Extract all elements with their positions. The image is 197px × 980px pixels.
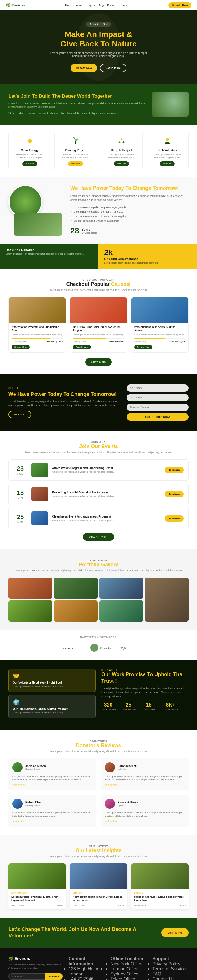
events-section-label: Join Our <box>8 441 189 444</box>
footer-contact-item-2[interactable]: +44 20 7946 0958 <box>68 977 105 980</box>
event-btn-2[interactable]: Join Now <box>165 491 184 497</box>
about-email-input[interactable] <box>127 394 189 401</box>
about-tag: ABOUT US <box>8 387 118 390</box>
cause-image-2 <box>70 298 127 323</box>
nav-links: Home About Pages Blog Donate Contact <box>65 4 129 7</box>
footer-col-support: Support Privacy Policy Terms of Service … <box>152 956 189 980</box>
promise-box-desc-1: Lorem ipsum dolor sit amet consectetur a… <box>13 685 91 688</box>
event-info-3: Cleanliness Event And Awareness Programs… <box>52 515 161 522</box>
subscribe-input[interactable] <box>8 973 45 980</box>
event-date-3: 25 MAR <box>13 513 27 523</box>
service-btn-planting[interactable]: Join Now <box>68 161 83 166</box>
build-text: Let's Join To Build The Better World Tog… <box>8 93 146 115</box>
nav-contact[interactable]: Contact <box>119 4 129 7</box>
footer-office-item-1[interactable]: New York Office <box>110 961 147 966</box>
footer-col-office-title: Office Location <box>110 956 147 961</box>
donation-banners: Recurring Donation Lorem ipsum dolor sit… <box>0 243 197 269</box>
donors-heading: Donator's Reviews <box>8 743 189 749</box>
nav-pages[interactable]: Pages <box>87 4 95 7</box>
blog-title-2: Anim ipsum aliqua Tempor Lorem Lorem min… <box>73 895 124 902</box>
nav-blog[interactable]: Blog <box>98 4 103 7</box>
subscribe-button[interactable]: Subscribe <box>45 973 63 980</box>
blog-image-2 <box>70 864 127 889</box>
event-btn-1[interactable]: Join Now <box>165 467 184 473</box>
service-btn-solar[interactable]: Join Now <box>22 161 37 166</box>
event-thumb-2 <box>31 487 48 501</box>
footer-support-item-3[interactable]: FAQ <box>152 972 189 977</box>
hero-learn-button[interactable]: Learn More <box>100 64 126 72</box>
donor-avatar-1 <box>13 762 22 772</box>
cause-btn-3[interactable]: Donate Now <box>134 345 152 350</box>
about-read-btn[interactable]: Read More <box>8 411 31 418</box>
blog-label: Our Latest <box>8 845 189 848</box>
donor-card-3: Robert Chen Monthly Donor Lorem ipsum do… <box>8 795 96 827</box>
footer-grid: 🌿 Environ. 128 High Holborn, London, Eng… <box>8 956 189 980</box>
causes-section: Checkout Popular Checkout Popular Causes… <box>0 269 197 374</box>
hero-tag: DONATION <box>86 22 111 27</box>
blog-image-3 <box>131 864 189 889</box>
donor-avatar-4 <box>105 799 115 809</box>
event-item-1: 23 AUG Afforestation Program and Fundrai… <box>8 459 189 481</box>
donor-card-2: Sarah Mitchell Volunteer Lorem ipsum dol… <box>101 758 189 790</box>
promise-box-desc-2: Lorem ipsum dolor sit amet consectetur a… <box>13 711 91 714</box>
recurring-banner: Recurring Donation Lorem ipsum dolor sit… <box>0 243 98 269</box>
cause-btn-2[interactable]: Donate Now <box>73 345 91 350</box>
cta-button[interactable]: Join Now <box>161 928 189 937</box>
nav-donate-button[interactable]: Donate Now <box>168 2 191 8</box>
blog-card-3: EVENTS Saepe in habitasse labitur dolor … <box>131 864 189 909</box>
promise-tag: OUR WORK <box>101 668 189 671</box>
footer-office-item-3[interactable]: Sydney Office <box>110 972 147 977</box>
hero-donate-button[interactable]: Donate Now <box>71 64 97 72</box>
volunteer-box-icon: 🤝 <box>13 673 91 679</box>
footer-support-item-4[interactable]: Contact Us <box>152 977 189 980</box>
volunteer-icon <box>162 136 173 146</box>
donors-grid: John Anderson Regular Donor Lorem ipsum … <box>8 758 189 827</box>
causes-heading: Checkout Popular Causes! <box>8 281 189 287</box>
planting-icon <box>70 136 81 146</box>
nav-about[interactable]: About <box>76 4 83 7</box>
power-list-item: Nulla malesuada pellentesque elit eget g… <box>70 205 189 210</box>
power-text: We Have Power Today To Change Tomorrow! … <box>70 185 189 235</box>
nav-home[interactable]: Home <box>65 4 73 7</box>
ongoing-banner: 2k Ongoing Circumstance Lorem ipsum dolo… <box>98 243 197 269</box>
footer-col-contact-title: Contact Information <box>68 956 105 966</box>
show-more-button[interactable]: Show More <box>85 358 112 366</box>
event-item-3: 25 MAR Cleanliness Event And Awareness P… <box>8 508 189 529</box>
about-form: Get In Touch Now! <box>127 384 189 421</box>
portfolio-item-5 <box>8 600 52 622</box>
hero-description: Lorem ipsum dolor sit amet consectetur a… <box>45 51 152 58</box>
cta-heading: Let's Change The World, Join Us Now And … <box>8 926 161 939</box>
about-amount-input[interactable] <box>127 404 189 411</box>
events-more-button[interactable]: View All Events <box>83 533 114 541</box>
service-btn-volunteer[interactable]: Join Now <box>160 161 175 166</box>
causes-grid: Afforestation Program And Fundraising Ev… <box>8 297 189 352</box>
power-body: Lorem ipsum dolor sit amet consectetur a… <box>70 194 189 202</box>
build-body: Lorem ipsum dolor sit amet consectetur a… <box>8 102 146 109</box>
footer-support-item-1[interactable]: Privacy Policy <box>152 961 189 966</box>
footer: 🌿 Environ. 128 High Holborn, London, Eng… <box>0 948 197 980</box>
donor-avatar-3 <box>13 799 22 809</box>
footer-office-item-2[interactable]: London Office <box>110 966 147 972</box>
cause-image-3 <box>132 298 188 323</box>
cause-desc-1: Lorem ipsum dolor sit amet consectetur a… <box>11 333 63 336</box>
partners-section: Partners & Sponsors CHARITY Lifetime Car… <box>0 630 197 660</box>
event-btn-3[interactable]: Join Now <box>165 515 184 522</box>
footer-col-support-title: Support <box>152 956 189 961</box>
hero-section: DONATION Make An Impact & Give Back To N… <box>0 10 197 84</box>
partner-logo-1: CHARITY <box>63 643 80 652</box>
solar-icon <box>24 136 35 146</box>
power-heading: We Have Power Today To Change Tomorrow! <box>70 185 189 191</box>
event-info-1: Afforestation Program and Fundraising Ev… <box>52 467 161 473</box>
footer-support-item-2[interactable]: Terms of Service <box>152 966 189 972</box>
power-list-item: Dictum non consectetur a erat nam at lec… <box>70 210 189 214</box>
service-btn-recycle[interactable]: Join Now <box>114 161 129 166</box>
cause-btn-1[interactable]: Donate Now <box>11 345 30 350</box>
footer-office-item-4[interactable]: Tokyo Office <box>110 977 147 980</box>
about-get-btn[interactable]: Get In Touch Now! <box>127 413 189 421</box>
nav-donate[interactable]: Donate <box>107 4 116 7</box>
about-name-input[interactable] <box>127 384 189 392</box>
portfolio-label: Portfolio <box>8 559 189 562</box>
donors-desc: Lorem ipsum dolor sit amet consectetur a… <box>8 750 189 753</box>
footer-contact-item-1[interactable]: 128 High Holborn, London <box>68 966 105 977</box>
event-info-2: Protecting the Wild Animal of the Amazon… <box>52 491 161 497</box>
